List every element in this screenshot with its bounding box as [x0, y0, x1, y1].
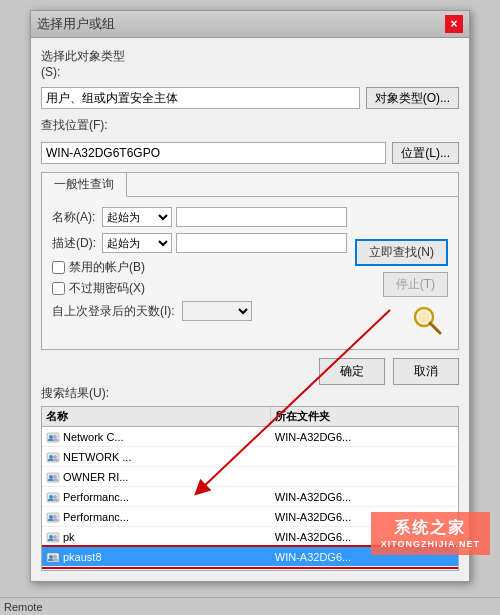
query-desc-select[interactable]: 起始为 [102, 233, 172, 253]
svg-rect-26 [48, 519, 53, 521]
location-button[interactable]: 位置(L)... [392, 142, 459, 164]
dialog-close-button[interactable]: × [445, 15, 463, 33]
location-input[interactable] [41, 142, 386, 164]
query-name-input[interactable] [176, 207, 347, 227]
row-name-text: pk [63, 531, 75, 543]
checkbox-noexpire-row: 不过期密码(X) [52, 280, 347, 297]
location-label-row: 查找位置(F): [41, 117, 459, 134]
svg-point-14 [49, 475, 53, 479]
user-group-icon [46, 430, 60, 444]
svg-rect-12 [53, 459, 58, 461]
search-icon [411, 304, 445, 338]
user-group-icon [46, 470, 60, 484]
table-row[interactable]: pkWIN-A32DG6... [42, 527, 458, 547]
select-user-group-dialog: 选择用户或组 × 选择此对象类型(S): 对象类型(O)... 查找位置(F):… [30, 10, 470, 582]
user-group-icon [46, 490, 60, 504]
col-folder-header: 所在文件夹 [271, 407, 458, 426]
table-row[interactable]: Performanc...WIN-A32DG6... [42, 487, 458, 507]
user-group-icon [46, 450, 60, 464]
row-folder: WIN-A32DG6... [271, 571, 458, 572]
object-type-button[interactable]: 对象类型(O)... [366, 87, 459, 109]
row-folder: WIN-A32DG6... [271, 491, 458, 503]
svg-point-24 [49, 515, 53, 519]
svg-point-15 [53, 475, 57, 479]
statusbar: Remote [0, 597, 500, 615]
row-name: Performanc... [42, 510, 271, 524]
svg-point-1 [418, 311, 430, 323]
row-name: Performanc... [42, 490, 271, 504]
svg-point-35 [53, 555, 57, 559]
location-label: 查找位置(F): [41, 117, 131, 134]
table-row[interactable]: OWNER RI... [42, 467, 458, 487]
svg-point-5 [53, 435, 57, 439]
search-now-button[interactable]: 立即查找(N) [355, 239, 448, 266]
row-folder: WIN-A32DG6... [271, 431, 458, 443]
object-type-label: 选择此对象类型(S): [41, 48, 131, 79]
checkbox-noexpire[interactable] [52, 282, 65, 295]
object-type-row: 选择此对象类型(S): [41, 48, 459, 79]
row-name-text: Performanc... [63, 511, 129, 523]
svg-point-29 [49, 535, 53, 539]
svg-rect-11 [48, 459, 53, 461]
checkbox-disabled-label: 禁用的帐户(B) [69, 259, 145, 276]
svg-rect-21 [48, 499, 53, 501]
query-name-select[interactable]: 起始为 [102, 207, 172, 227]
ok-button[interactable]: 确定 [319, 358, 385, 385]
dialog-title: 选择用户或组 [37, 15, 115, 33]
stop-button[interactable]: 停止(T) [383, 272, 448, 297]
svg-point-30 [53, 535, 57, 539]
object-type-input[interactable] [41, 87, 360, 109]
query-desc-row: 描述(D): 起始为 [52, 233, 347, 253]
query-tab-section: 一般性查询 名称(A): 起始为 [41, 172, 459, 350]
results-list-header: 名称 所在文件夹 [42, 407, 458, 427]
table-row[interactable]: pkaust8WIN-A32DG6... [42, 547, 458, 567]
svg-rect-6 [48, 439, 53, 441]
days-select[interactable] [182, 301, 252, 321]
days-row: 自上次登录后的天数(I): [52, 301, 347, 321]
query-name-label: 名称(A): [52, 209, 102, 226]
svg-point-20 [53, 495, 57, 499]
row-name: NETWORK ... [42, 450, 271, 464]
svg-point-34 [49, 555, 53, 559]
svg-point-10 [53, 455, 57, 459]
row-name: Network C... [42, 430, 271, 444]
dialog-footer: 确定 取消 [41, 358, 459, 385]
row-name: OWNER RI... [42, 470, 271, 484]
svg-point-4 [49, 435, 53, 439]
svg-rect-17 [53, 479, 58, 481]
svg-line-2 [430, 323, 440, 333]
table-row[interactable]: Performanc...WIN-A32DG6... [42, 507, 458, 527]
row-name-text: Network C... [63, 431, 124, 443]
query-right: 立即查找(N) 停止(T) [355, 207, 448, 339]
row-folder: WIN-A32DG6... [271, 551, 458, 563]
svg-rect-16 [48, 479, 53, 481]
table-row[interactable]: NETWORK ... [42, 447, 458, 467]
row-name: pk [42, 530, 271, 544]
tab-bar: 一般性查询 [42, 173, 458, 197]
svg-point-9 [49, 455, 53, 459]
checkbox-disabled[interactable] [52, 261, 65, 274]
cancel-button[interactable]: 取消 [393, 358, 459, 385]
row-name-text: Performanc... [63, 491, 129, 503]
query-name-row: 名称(A): 起始为 [52, 207, 347, 227]
tab-general-query[interactable]: 一般性查询 [42, 173, 127, 197]
user-group-icon [46, 530, 60, 544]
table-row[interactable]: Power UsersWIN-A32DG6... [42, 567, 458, 571]
row-name: pkaust8 [42, 550, 271, 564]
location-input-row: 位置(L)... [41, 142, 459, 164]
row-name-text: Power Users [63, 571, 126, 572]
object-type-input-row: 对象类型(O)... [41, 87, 459, 109]
table-row[interactable]: Network C...WIN-A32DG6... [42, 427, 458, 447]
days-label: 自上次登录后的天数(I): [52, 303, 182, 320]
row-folder: WIN-A32DG6... [271, 511, 458, 523]
svg-rect-37 [53, 559, 58, 561]
checkbox-noexpire-label: 不过期密码(X) [69, 280, 145, 297]
svg-rect-31 [48, 539, 53, 541]
svg-rect-22 [53, 499, 58, 501]
query-desc-label: 描述(D): [52, 235, 102, 252]
row-name-text: OWNER RI... [63, 471, 128, 483]
search-icon-box [408, 303, 448, 339]
query-desc-input[interactable] [176, 233, 347, 253]
user-group-icon [46, 570, 60, 572]
results-list[interactable]: 名称 所在文件夹 Network C...WIN-A32DG6...NETWOR… [41, 406, 459, 571]
